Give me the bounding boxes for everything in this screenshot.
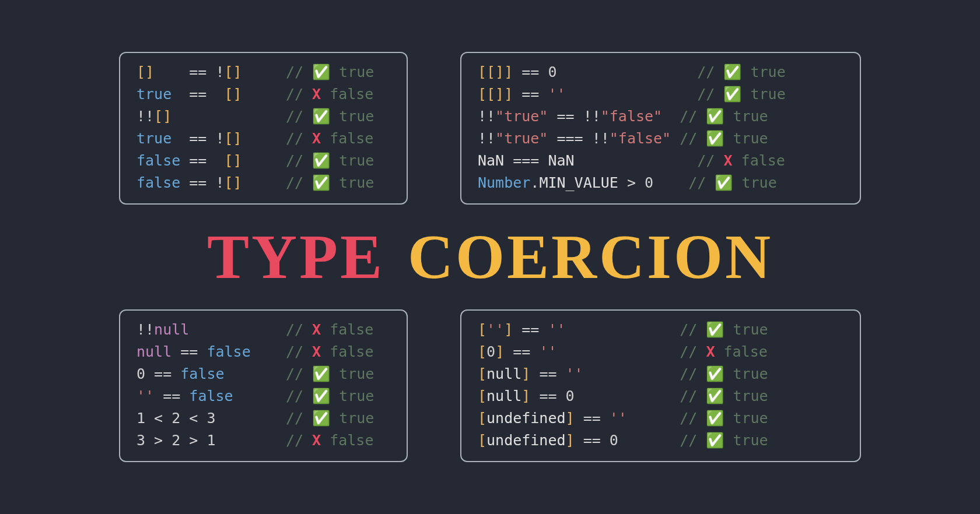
code-token: X [312,343,321,360]
code-token: // [286,410,312,427]
code-token [601,410,610,427]
code-token: ✅ [706,410,724,427]
code-token: == [513,343,530,360]
code-token: 0 [566,388,680,404]
code-token: // [697,86,723,103]
code-token: [] [225,130,286,147]
code-token: ✅ [723,86,741,103]
code-token: true [733,174,776,191]
code-token: // [286,130,312,147]
code-token: '' [548,321,680,338]
code-token: NaN [478,152,513,169]
code-line: Number.MIN_VALUE > 0 // ✅ true [478,172,844,194]
code-token: !! [478,130,495,147]
code-token: true [330,365,374,382]
code-token: true [741,86,785,103]
code-token: [ [478,410,487,427]
code-token: ] [495,343,513,360]
code-token: == [189,174,206,191]
code-token: false [180,365,286,382]
code-token: ] [566,432,583,449]
code-token: true [724,130,768,147]
code-line: [0] == '' // X false [478,341,844,363]
code-token: [ [478,388,487,404]
code-token: // [680,343,706,360]
code-line: [[]] == 0 // ✅ true [478,61,844,83]
code-token: // [286,388,312,404]
code-token: 3 [136,432,154,449]
code-token: 2 [172,410,189,427]
code-line: true == [] // X false [136,83,390,105]
code-token: // [680,321,706,338]
code-token: == [522,64,539,80]
code-token [601,432,610,449]
code-token: . [530,174,539,191]
code-token: false [206,343,285,360]
code-token [163,410,172,427]
code-token: // [286,108,312,125]
code-line: [''] == '' // ✅ true [478,319,844,341]
code-token: // [680,388,706,404]
code-token [206,86,224,103]
code-token: ✅ [723,64,741,80]
code-token: == [154,365,172,382]
code-token: true [330,152,374,169]
code-token: [] [225,64,286,80]
code-token: ✅ [706,365,724,382]
code-token: ✅ [706,432,724,449]
code-token: == [189,64,206,80]
code-token: undefined [487,432,565,449]
code-line: [[]] == '' // ✅ true [478,83,844,105]
code-token: ✅ [312,365,330,382]
code-line: null == false // X false [136,341,390,363]
code-token: ✅ [706,130,724,147]
code-token [163,432,172,449]
code-line: !![] // ✅ true [136,105,390,128]
code-token: // [286,432,312,449]
code-token: [[]] [478,86,522,103]
code-token: // [680,365,706,382]
code-token: == [556,108,574,125]
code-token: [ [478,365,487,382]
code-token: X [312,86,321,103]
code-token: false [321,343,373,360]
code-token: true [724,432,768,449]
code-token: == [180,343,198,360]
code-token [198,432,206,449]
code-token [172,365,180,382]
code-token: "false" [610,130,680,147]
title-word-1: TYPE [207,221,384,293]
code-line: [null] == 0 // ✅ true [478,385,844,407]
code-line: !!"true" === !!"false" // ✅ true [478,128,844,150]
title-word-2: COERCION [408,221,773,293]
code-token: 0 [610,432,680,449]
code-token: !! [478,108,495,125]
code-line: !!"true" == !!"false" // ✅ true [478,105,844,128]
code-token: [] [225,152,286,169]
code-token: ✅ [312,108,330,125]
code-token: false [733,152,785,169]
code-token: < [189,410,198,427]
code-token: true [724,365,768,382]
code-token: false [321,130,373,147]
code-line: 1 < 2 < 3 // ✅ true [136,407,390,429]
code-token: // [286,174,312,191]
code-token: '' [548,86,697,103]
code-token [530,343,539,360]
bottom-row: !!null // X falsenull == false // X fals… [119,309,861,462]
code-token: !! [136,321,154,338]
code-token: [] [154,108,286,125]
code-token: false [321,321,373,338]
code-token: // [697,64,723,80]
code-token [557,365,566,382]
code-token [206,152,224,169]
code-token: MIN_VALUE [539,174,627,191]
code-token: < [154,410,163,427]
code-token: == [522,86,539,103]
code-token: > [154,432,163,449]
code-token: true [330,108,374,125]
code-token: false [715,343,767,360]
code-token: 3 [206,410,285,427]
code-token: true [330,64,374,80]
code-token: null [487,365,522,382]
